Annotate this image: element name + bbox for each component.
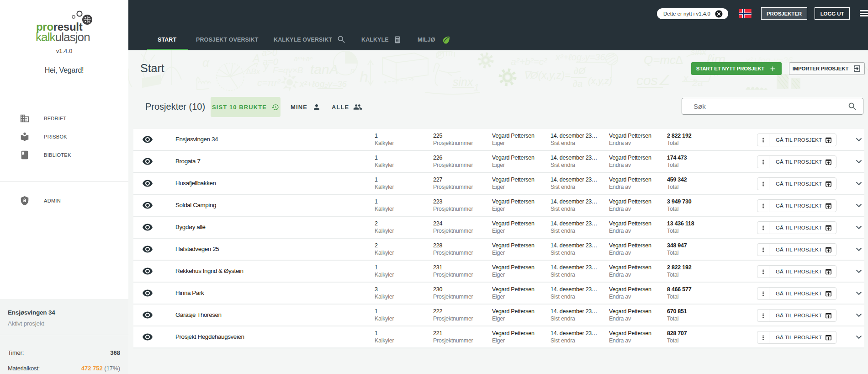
svg-text:α: α <box>202 56 210 69</box>
svg-text:2a: 2a <box>692 77 703 88</box>
svg-text:sinx: sinx <box>453 75 474 88</box>
svg-text:A: A <box>252 52 260 64</box>
svg-text:∇Ø(x,y,z)=: ∇Ø(x,y,z)= <box>524 69 571 81</box>
svg-text:R: R <box>350 68 355 75</box>
svg-text:x²+ℓog₂y=36: x²+ℓog₂y=36 <box>555 52 605 62</box>
svg-text:h: h <box>360 68 368 85</box>
svg-text:F=qv×B: F=qv×B <box>273 65 303 75</box>
svg-text:a²+b²=c²: a²+b²=c² <box>511 56 547 67</box>
svg-text:∂a: ∂a <box>573 79 582 89</box>
svg-text:∂Ø: ∂Ø <box>574 66 586 76</box>
svg-text:c=πr²: c=πr² <box>257 77 281 88</box>
svg-text:x²+ℓog₂y=36: x²+ℓog₂y=36 <box>299 79 347 89</box>
svg-text:tanA: tanA <box>310 62 339 77</box>
svg-text:1: 1 <box>474 82 479 92</box>
svg-text:Q=mc∆: Q=mc∆ <box>644 53 683 67</box>
svg-text:aᵐ+aⁿ: aᵐ+aⁿ <box>294 55 312 63</box>
svg-text:cos∠: cos∠ <box>636 73 670 88</box>
svg-text:(x,y,z): (x,y,z) <box>588 76 612 86</box>
svg-text:∆Bx: ∆Bx <box>246 67 260 76</box>
